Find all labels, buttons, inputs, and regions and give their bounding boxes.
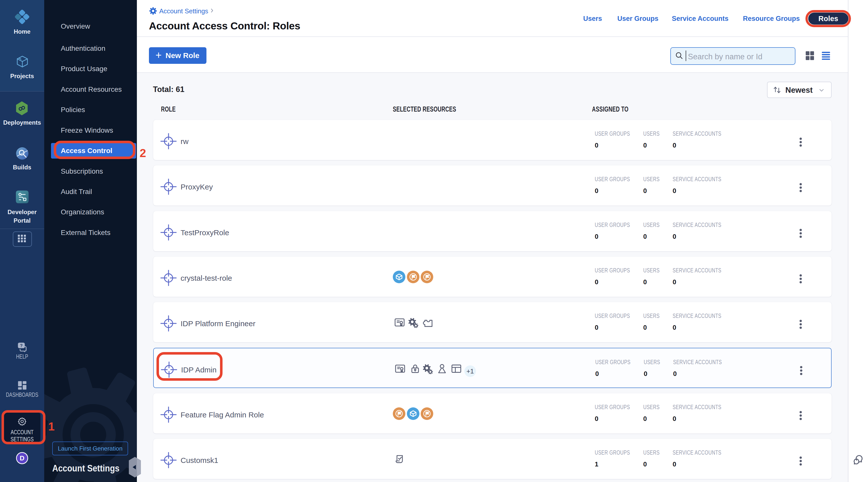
svg-text:?: ?	[20, 343, 23, 348]
